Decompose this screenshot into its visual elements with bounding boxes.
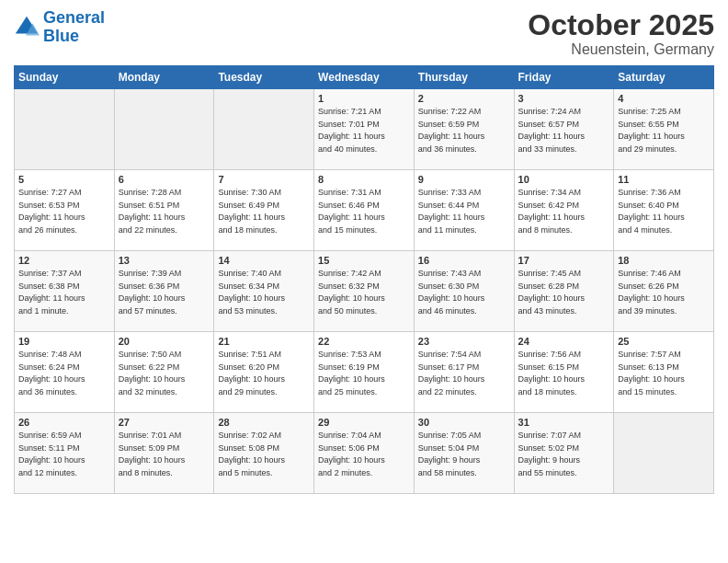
col-saturday: Saturday (614, 66, 714, 89)
cell-w0-d5: 3Sunrise: 7:24 AM Sunset: 6:57 PM Daylig… (514, 89, 614, 170)
cell-w3-d3: 22Sunrise: 7:53 AM Sunset: 6:19 PM Dayli… (314, 332, 415, 413)
day-num-w1-d4: 9 (418, 174, 510, 185)
day-info-w1-d0: Sunrise: 7:27 AM Sunset: 6:53 PM Dayligh… (18, 187, 110, 236)
day-num-w1-d1: 6 (119, 174, 210, 185)
week-row-1: 5Sunrise: 7:27 AM Sunset: 6:53 PM Daylig… (15, 170, 714, 251)
cell-w4-d6 (614, 413, 714, 494)
page: General Blue October 2025 Neuenstein, Ge… (0, 0, 728, 503)
day-num-w1-d0: 5 (18, 174, 110, 185)
col-wednesday: Wednesday (314, 66, 415, 89)
day-num-w1-d5: 10 (518, 174, 610, 185)
cell-w4-d2: 28Sunrise: 7:02 AM Sunset: 5:08 PM Dayli… (214, 413, 314, 494)
cell-w2-d5: 17Sunrise: 7:45 AM Sunset: 6:28 PM Dayli… (514, 251, 614, 332)
cell-w2-d6: 18Sunrise: 7:46 AM Sunset: 6:26 PM Dayli… (614, 251, 714, 332)
cell-w2-d3: 15Sunrise: 7:42 AM Sunset: 6:32 PM Dayli… (314, 251, 415, 332)
location: Neuenstein, Germany (528, 41, 714, 58)
day-info-w4-d5: Sunrise: 7:07 AM Sunset: 5:02 PM Dayligh… (518, 430, 610, 479)
day-info-w4-d4: Sunrise: 7:05 AM Sunset: 5:04 PM Dayligh… (418, 430, 510, 479)
calendar-table: Sunday Monday Tuesday Wednesday Thursday… (14, 65, 714, 494)
header: General Blue October 2025 Neuenstein, Ge… (14, 9, 714, 58)
day-info-w2-d2: Sunrise: 7:40 AM Sunset: 6:34 PM Dayligh… (218, 268, 310, 317)
day-num-w4-d0: 26 (18, 417, 110, 428)
cell-w1-d1: 6Sunrise: 7:28 AM Sunset: 6:51 PM Daylig… (114, 170, 214, 251)
cell-w3-d4: 23Sunrise: 7:54 AM Sunset: 6:17 PM Dayli… (414, 332, 514, 413)
col-monday: Monday (114, 66, 214, 89)
cell-w0-d2 (214, 89, 314, 170)
day-info-w3-d4: Sunrise: 7:54 AM Sunset: 6:17 PM Dayligh… (418, 349, 510, 398)
day-info-w4-d1: Sunrise: 7:01 AM Sunset: 5:09 PM Dayligh… (119, 430, 210, 479)
day-info-w2-d6: Sunrise: 7:46 AM Sunset: 6:26 PM Dayligh… (618, 268, 710, 317)
cell-w2-d4: 16Sunrise: 7:43 AM Sunset: 6:30 PM Dayli… (414, 251, 514, 332)
cell-w3-d5: 24Sunrise: 7:56 AM Sunset: 6:15 PM Dayli… (514, 332, 614, 413)
day-info-w3-d6: Sunrise: 7:57 AM Sunset: 6:13 PM Dayligh… (618, 349, 710, 398)
day-num-w2-d1: 13 (119, 255, 210, 266)
day-info-w0-d4: Sunrise: 7:22 AM Sunset: 6:59 PM Dayligh… (418, 106, 510, 155)
day-num-w2-d5: 17 (518, 255, 610, 266)
day-num-w4-d4: 30 (418, 417, 510, 428)
cell-w3-d2: 21Sunrise: 7:51 AM Sunset: 6:20 PM Dayli… (214, 332, 314, 413)
logo-line2: Blue (43, 27, 79, 45)
day-num-w3-d6: 25 (618, 336, 710, 347)
day-num-w4-d1: 27 (119, 417, 210, 428)
day-info-w2-d1: Sunrise: 7:39 AM Sunset: 6:36 PM Dayligh… (119, 268, 210, 317)
day-info-w0-d3: Sunrise: 7:21 AM Sunset: 7:01 PM Dayligh… (318, 106, 410, 155)
day-info-w2-d0: Sunrise: 7:37 AM Sunset: 6:38 PM Dayligh… (18, 268, 110, 317)
day-info-w2-d4: Sunrise: 7:43 AM Sunset: 6:30 PM Dayligh… (418, 268, 510, 317)
cell-w0-d3: 1Sunrise: 7:21 AM Sunset: 7:01 PM Daylig… (314, 89, 415, 170)
logo: General Blue (14, 9, 105, 46)
day-num-w2-d2: 14 (218, 255, 310, 266)
cell-w3-d0: 19Sunrise: 7:48 AM Sunset: 6:24 PM Dayli… (15, 332, 115, 413)
cell-w0-d0 (15, 89, 115, 170)
day-num-w1-d6: 11 (618, 174, 710, 185)
calendar-body: 1Sunrise: 7:21 AM Sunset: 7:01 PM Daylig… (15, 89, 714, 494)
day-num-w2-d3: 15 (318, 255, 410, 266)
day-num-w4-d2: 28 (218, 417, 310, 428)
week-row-0: 1Sunrise: 7:21 AM Sunset: 7:01 PM Daylig… (15, 89, 714, 170)
cell-w1-d3: 8Sunrise: 7:31 AM Sunset: 6:46 PM Daylig… (314, 170, 415, 251)
day-info-w1-d4: Sunrise: 7:33 AM Sunset: 6:44 PM Dayligh… (418, 187, 510, 236)
cell-w3-d6: 25Sunrise: 7:57 AM Sunset: 6:13 PM Dayli… (614, 332, 714, 413)
logo-icon (14, 15, 40, 40)
cell-w4-d0: 26Sunrise: 6:59 AM Sunset: 5:11 PM Dayli… (15, 413, 115, 494)
logo-line1: General (43, 8, 105, 27)
day-num-w1-d2: 7 (218, 174, 310, 185)
day-info-w2-d5: Sunrise: 7:45 AM Sunset: 6:28 PM Dayligh… (518, 268, 610, 317)
day-info-w3-d0: Sunrise: 7:48 AM Sunset: 6:24 PM Dayligh… (18, 349, 110, 398)
day-num-w2-d6: 18 (618, 255, 710, 266)
day-info-w0-d5: Sunrise: 7:24 AM Sunset: 6:57 PM Dayligh… (518, 106, 610, 155)
day-num-w2-d0: 12 (18, 255, 110, 266)
cell-w3-d1: 20Sunrise: 7:50 AM Sunset: 6:22 PM Dayli… (114, 332, 214, 413)
day-info-w2-d3: Sunrise: 7:42 AM Sunset: 6:32 PM Dayligh… (318, 268, 410, 317)
col-tuesday: Tuesday (214, 66, 314, 89)
day-num-w3-d3: 22 (318, 336, 410, 347)
day-num-w3-d0: 19 (18, 336, 110, 347)
cell-w4-d1: 27Sunrise: 7:01 AM Sunset: 5:09 PM Dayli… (114, 413, 214, 494)
day-num-w0-d6: 4 (618, 93, 710, 104)
day-info-w1-d6: Sunrise: 7:36 AM Sunset: 6:40 PM Dayligh… (618, 187, 710, 236)
col-friday: Friday (514, 66, 614, 89)
day-info-w3-d2: Sunrise: 7:51 AM Sunset: 6:20 PM Dayligh… (218, 349, 310, 398)
col-thursday: Thursday (414, 66, 514, 89)
cell-w0-d1 (114, 89, 214, 170)
cell-w4-d3: 29Sunrise: 7:04 AM Sunset: 5:06 PM Dayli… (314, 413, 415, 494)
cell-w0-d6: 4Sunrise: 7:25 AM Sunset: 6:55 PM Daylig… (614, 89, 714, 170)
day-num-w3-d4: 23 (418, 336, 510, 347)
day-info-w4-d2: Sunrise: 7:02 AM Sunset: 5:08 PM Dayligh… (218, 430, 310, 479)
title-block: October 2025 Neuenstein, Germany (528, 9, 714, 58)
day-info-w1-d1: Sunrise: 7:28 AM Sunset: 6:51 PM Dayligh… (119, 187, 210, 236)
cell-w1-d6: 11Sunrise: 7:36 AM Sunset: 6:40 PM Dayli… (614, 170, 714, 251)
day-info-w4-d0: Sunrise: 6:59 AM Sunset: 5:11 PM Dayligh… (18, 430, 110, 479)
cell-w1-d0: 5Sunrise: 7:27 AM Sunset: 6:53 PM Daylig… (15, 170, 115, 251)
cell-w1-d5: 10Sunrise: 7:34 AM Sunset: 6:42 PM Dayli… (514, 170, 614, 251)
logo-text: General Blue (43, 9, 105, 46)
day-num-w3-d5: 24 (518, 336, 610, 347)
cell-w1-d2: 7Sunrise: 7:30 AM Sunset: 6:49 PM Daylig… (214, 170, 314, 251)
cell-w4-d4: 30Sunrise: 7:05 AM Sunset: 5:04 PM Dayli… (414, 413, 514, 494)
week-row-3: 19Sunrise: 7:48 AM Sunset: 6:24 PM Dayli… (15, 332, 714, 413)
cell-w2-d0: 12Sunrise: 7:37 AM Sunset: 6:38 PM Dayli… (15, 251, 115, 332)
cell-w2-d2: 14Sunrise: 7:40 AM Sunset: 6:34 PM Dayli… (214, 251, 314, 332)
cell-w2-d1: 13Sunrise: 7:39 AM Sunset: 6:36 PM Dayli… (114, 251, 214, 332)
day-num-w2-d4: 16 (418, 255, 510, 266)
day-info-w1-d2: Sunrise: 7:30 AM Sunset: 6:49 PM Dayligh… (218, 187, 310, 236)
day-info-w3-d5: Sunrise: 7:56 AM Sunset: 6:15 PM Dayligh… (518, 349, 610, 398)
